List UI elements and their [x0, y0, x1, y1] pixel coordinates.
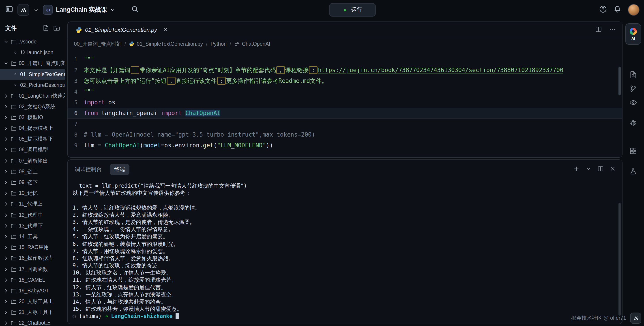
code-line[interactable]: 3您可以点击最上方的“运行”按钮，直接运行该文件；更多操作指引请参考Readme… [68, 76, 622, 86]
run-button[interactable]: 运行 [329, 3, 376, 16]
folder-icon [11, 169, 16, 175]
chevron-down-button[interactable] [585, 166, 592, 173]
tree-item[interactable]: 12_代理中 [0, 210, 66, 220]
terminal-output[interactable]: text = llm.predict("请给我写一句情人节红玫瑰的中文宣传语")… [72, 182, 613, 320]
tree-item[interactable]: 15_RAG应用 [0, 242, 66, 253]
sidebar-toggle-button[interactable] [5, 5, 13, 14]
line-number: 5 [68, 97, 78, 108]
code-line[interactable]: 5import os [68, 97, 622, 108]
breadcrumb-item[interactable]: 01_SimpleTextGeneration.py [129, 41, 203, 46]
breadcrumb-item[interactable]: Python [210, 41, 226, 46]
tree-item[interactable]: 03_模型IO [0, 112, 66, 123]
tree-item[interactable]: 21_人脉工具下 [0, 307, 66, 318]
tree-item[interactable]: 01_SimpleTextGeneration.py [0, 69, 66, 80]
tree-item[interactable]: 11_代理上 [0, 199, 66, 210]
file-search-button[interactable] [629, 71, 637, 80]
chevron-right-icon [4, 288, 8, 293]
code-line[interactable]: 9llm = ChatOpenAI(model=os.environ.get("… [68, 140, 622, 151]
new-file-button[interactable] [42, 24, 49, 32]
tree-item[interactable]: 00_开篇词_奇点时刻 [0, 58, 66, 69]
grid-button[interactable] [629, 147, 637, 156]
chevron-right-icon [4, 256, 8, 261]
eye-button[interactable] [629, 98, 637, 108]
tree-item[interactable]: 14_工具 [0, 231, 66, 242]
breadcrumb-separator: / [206, 41, 207, 46]
line-number: 9 [68, 140, 78, 151]
tree-item[interactable]: 09_链下 [0, 177, 66, 188]
tree-item[interactable]: 02_PictureDescription.py [0, 80, 66, 90]
ai-assistant-button[interactable]: AI [625, 23, 641, 45]
folder-icon [11, 212, 16, 218]
code-text [78, 119, 84, 130]
flask-button[interactable] [629, 167, 637, 176]
play-icon [342, 8, 348, 12]
split-columns-icon [595, 26, 602, 32]
tree-item[interactable]: 07_解析输出 [0, 156, 66, 166]
tree-item[interactable]: 02_文档QA系统 [0, 101, 66, 112]
tree-item[interactable]: 22_Chatbot上 [0, 318, 66, 326]
workspace-chevron-icon[interactable] [34, 8, 38, 12]
tree-item-label: 18_CAMEL [19, 277, 45, 282]
folder-icon [11, 136, 16, 142]
project-chevron-icon [110, 8, 115, 12]
code-line[interactable]: 1""" [68, 54, 622, 65]
symbol-class-icon [234, 41, 240, 46]
help-button[interactable] [599, 5, 607, 14]
avatar[interactable] [628, 4, 640, 16]
code-line[interactable]: 8# llm = OpenAI(model_name="gpt-3.5-turb… [68, 130, 622, 140]
tree-item[interactable]: 01_LangChain快速入门 [0, 90, 66, 101]
tree-item-label: 22_Chatbot上 [19, 320, 50, 326]
terminal-line: 12. 情人节，红玫瑰是爱的最佳代言。 [72, 284, 613, 291]
tree-item[interactable]: 04_提示模板上 [0, 123, 66, 134]
chevron-right-icon [4, 310, 8, 315]
close-button[interactable] [610, 166, 616, 173]
folder-icon [11, 266, 16, 272]
tree-item[interactable]: 10_记忆 [0, 188, 66, 198]
app-logo[interactable] [18, 4, 29, 16]
git-branch-button[interactable] [629, 85, 637, 94]
project-switcher[interactable]: LangChain 实战课 [43, 5, 115, 15]
chevron-right-icon [4, 180, 8, 185]
chevron-right-icon [4, 245, 8, 250]
editor-tab[interactable]: 01_SimpleTextGeneration.py [74, 22, 170, 38]
new-folder-button[interactable] [53, 24, 60, 32]
tree-item[interactable]: 16_操作数据库 [0, 253, 66, 264]
tree-item[interactable]: 20_人脉工具上 [0, 296, 66, 307]
bug-button[interactable] [629, 119, 637, 128]
code-line[interactable]: 2本文件是【开篇词｜带你亲证AI应用开发的“奇点”时刻】章节的配套代码，课程链接… [68, 65, 622, 76]
breadcrumb-item[interactable]: ChatOpenAI [234, 41, 270, 46]
terminal-tab[interactable]: 调试控制台 [74, 164, 102, 175]
search-button[interactable] [131, 5, 139, 14]
sidebar-toggle-icon [5, 5, 13, 13]
ellipsis-button[interactable] [609, 26, 616, 34]
tree-item[interactable]: 18_CAMEL [0, 274, 66, 285]
tree-item-label: 01_LangChain快速入门 [19, 92, 66, 99]
code-text: """ [78, 86, 94, 97]
tab-close-icon[interactable] [162, 27, 168, 33]
corner-widget[interactable] [630, 312, 641, 324]
tree-item[interactable]: 19_BabyAGI [0, 286, 66, 296]
code-line[interactable]: 4""" [68, 86, 622, 97]
tree-item-label: .vscode [19, 39, 36, 44]
terminal-scrollbar[interactable] [618, 203, 621, 316]
code-area[interactable]: 1"""2本文件是【开篇词｜带你亲证AI应用开发的“奇点”时刻】章节的配套代码，… [68, 50, 622, 157]
tree-item[interactable]: .vscode [0, 36, 66, 47]
code-line[interactable]: 7 [68, 119, 622, 130]
split-columns-button[interactable] [595, 26, 602, 34]
plus-button[interactable] [573, 166, 580, 173]
terminal-tab[interactable]: 终端 [110, 164, 130, 175]
tree-item-label: 14_工具 [19, 233, 38, 240]
editor-actions [595, 26, 616, 34]
tree-item[interactable]: 08_链上 [0, 166, 66, 177]
tree-item[interactable]: 17_回调函数 [0, 264, 66, 274]
tree-item[interactable]: 05_提示模板下 [0, 134, 66, 144]
editor-scrollbar[interactable] [618, 67, 621, 96]
tree-item[interactable]: 06_调用模型 [0, 145, 66, 156]
breadcrumb-item[interactable]: 00_开篇词_奇点时刻 [74, 40, 121, 47]
code-line[interactable]: 6from langchain_openai import ChatOpenAI [68, 108, 622, 119]
terminal-prompt[interactable]: ○(shims)➜LangChain-shizhanke [72, 313, 613, 320]
tree-item[interactable]: launch.json [0, 47, 66, 58]
tree-item[interactable]: 13_代理下 [0, 220, 66, 231]
split-columns-button[interactable] [598, 166, 604, 173]
notifications-button[interactable] [614, 5, 621, 14]
